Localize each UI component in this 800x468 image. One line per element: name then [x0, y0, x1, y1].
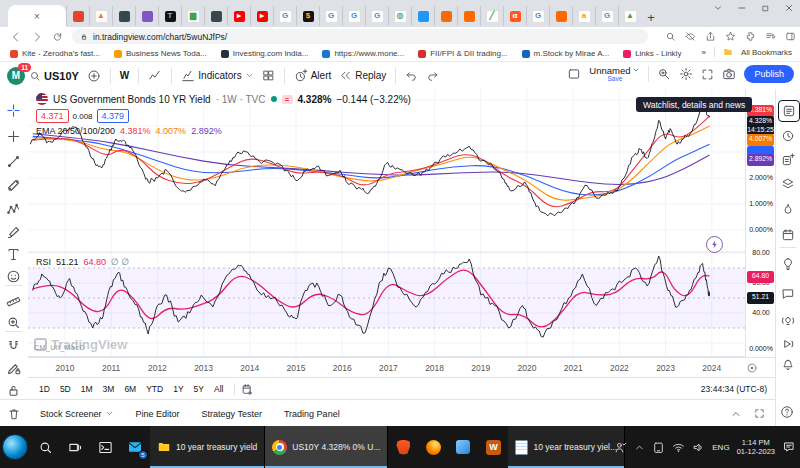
year-label-2016[interactable]: 2016 — [327, 363, 357, 373]
ask-value[interactable]: 4.379 — [97, 109, 130, 123]
year-label-2021[interactable]: 2021 — [558, 363, 588, 373]
replay-button[interactable]: Replay — [335, 69, 390, 82]
settings-gear-icon[interactable] — [679, 67, 693, 81]
extensions-icon[interactable] — [745, 31, 756, 42]
wifi-icon[interactable] — [672, 441, 685, 454]
year-label-2024[interactable]: 2024 — [697, 363, 727, 373]
save-label[interactable]: Save — [607, 76, 622, 83]
range-1d[interactable]: 1D — [34, 384, 55, 394]
trash-icon[interactable] — [7, 407, 21, 421]
magnet-tool-icon[interactable] — [3, 336, 24, 357]
media-queue-icon[interactable] — [765, 31, 776, 42]
smiley-tool-icon[interactable] — [3, 266, 24, 287]
bookmark-item-0[interactable]: Kite - Zerodha's fast... — [10, 49, 100, 58]
symbol-search[interactable]: US10Y — [25, 70, 83, 82]
crossh-tool-icon[interactable] — [3, 100, 24, 121]
tab-google-6[interactable]: G — [595, 6, 618, 26]
word-button[interactable]: W — [478, 426, 508, 468]
time-axis[interactable]: 2010201120122013201420152016201720182019… — [28, 357, 775, 378]
notes-app-button[interactable] — [448, 426, 478, 468]
bookmark-item-6[interactable]: Links - Linkly — [623, 49, 681, 58]
back-icon[interactable] — [10, 31, 22, 43]
range-5d[interactable]: 5D — [55, 384, 76, 394]
tab-youtube-1[interactable]: ▸ — [227, 6, 250, 26]
incognito-eye-icon[interactable] — [685, 31, 696, 42]
language-indicator[interactable]: ENG — [712, 443, 729, 452]
brush-tool-icon[interactable] — [3, 222, 24, 243]
year-label-2010[interactable]: 2010 — [50, 363, 80, 373]
tab-app-dark-2[interactable] — [204, 6, 227, 26]
range-3m[interactable]: 3M — [98, 384, 120, 394]
help-icon[interactable] — [780, 405, 794, 419]
streams-icon[interactable] — [778, 334, 798, 354]
reload-icon[interactable] — [52, 31, 63, 42]
live-ideas-icon[interactable] — [778, 311, 798, 331]
new-tab-button[interactable]: + — [641, 7, 661, 27]
ideas-icon[interactable] — [778, 254, 798, 274]
redo-icon[interactable] — [422, 69, 443, 82]
range-1m[interactable]: 1M — [76, 384, 98, 394]
all-bookmarks-label[interactable]: All Bookmarks — [741, 48, 792, 57]
year-label-2017[interactable]: 2017 — [373, 363, 403, 373]
year-label-2019[interactable]: 2019 — [466, 363, 496, 373]
tab-google-1[interactable]: G — [273, 6, 296, 26]
object-tree-icon[interactable] — [778, 174, 798, 194]
user-avatar[interactable]: M 11 — [7, 67, 25, 85]
year-label-2023[interactable]: 2023 — [651, 363, 681, 373]
range-6m[interactable]: 6M — [119, 384, 141, 394]
tab-app-blue[interactable] — [411, 6, 434, 26]
range-5y[interactable]: 5Y — [189, 384, 209, 394]
compare-add-icon[interactable] — [83, 69, 105, 83]
start-button[interactable] — [0, 426, 30, 468]
year-label-2012[interactable]: 2012 — [142, 363, 172, 373]
explorer-task-button[interactable]: 10 year treasury yield — [150, 426, 265, 468]
tab-moneycontrol-3[interactable] — [549, 6, 572, 26]
action-center-icon[interactable] — [782, 440, 796, 454]
tab-app-dark-1[interactable] — [112, 6, 135, 26]
tab-search-icon[interactable] — [713, 3, 723, 13]
brave-button[interactable] — [388, 426, 418, 468]
url-field[interactable]: in.tradingview.com/chart/5wuNJfPs/ — [72, 29, 648, 44]
panel-tab-pine-editor[interactable]: Pine Editor — [136, 409, 180, 419]
panel-expand-up-icon[interactable] — [730, 408, 742, 420]
scale-settings-icon[interactable] — [746, 362, 758, 374]
notes-icon[interactable] — [778, 150, 798, 170]
tab-delta-site[interactable]: ▲ — [618, 6, 641, 26]
maximize-icon[interactable] — [761, 4, 770, 13]
tab-chart-site[interactable]: ╱ — [480, 6, 503, 26]
tab-amazon[interactable]: a — [572, 6, 595, 26]
price-scale[interactable]: 2.000%1.000%0.000%80.0060.0040.000.000%4… — [745, 89, 776, 357]
speaker-icon[interactable] — [692, 441, 705, 454]
tab-moneycontrol-1[interactable] — [434, 6, 457, 26]
layout-name[interactable]: Unnamed Save — [589, 66, 640, 83]
snapshot-camera-icon[interactable] — [722, 67, 736, 81]
quick-search-icon[interactable] — [657, 67, 671, 81]
ema-legend[interactable]: EMA 20/50/100/200 4.381%4.007%2.892% — [36, 126, 222, 136]
zoom-icon[interactable] — [665, 31, 676, 42]
symbol-legend[interactable]: US Government Bonds 10 YR Yield · 1W · T… — [36, 93, 411, 105]
people-icon[interactable] — [614, 441, 627, 454]
cross-tool-icon[interactable] — [3, 126, 24, 147]
alerts-icon[interactable] — [778, 126, 798, 146]
share-icon[interactable] — [705, 31, 716, 42]
device-icon[interactable] — [652, 441, 665, 454]
tab-zerodha[interactable]: ▲ — [89, 6, 112, 26]
bookmark-item-5[interactable]: m.Stock by Mirae A... — [522, 49, 610, 58]
indicator-templates-icon[interactable] — [258, 69, 279, 82]
tray-expand-icon[interactable] — [634, 442, 645, 453]
bookmark-item-3[interactable]: https://www.mone... — [322, 49, 404, 58]
chat-icon[interactable] — [778, 284, 798, 304]
pattern-tool-icon[interactable] — [3, 199, 24, 220]
firefox-button[interactable] — [418, 426, 448, 468]
alert-button[interactable]: Alert — [290, 69, 336, 83]
bookmark-item-4[interactable]: FII/FPI & DII trading... — [418, 49, 507, 58]
minimize-icon[interactable] — [737, 3, 747, 13]
close-window-icon[interactable] — [784, 3, 794, 13]
publish-button[interactable]: Publish — [744, 65, 794, 83]
fork-tool-icon[interactable] — [3, 175, 24, 196]
year-label-2022[interactable]: 2022 — [604, 363, 634, 373]
bookmark-item-2[interactable]: Investing.com India... — [221, 49, 309, 58]
watchlist-icon[interactable] — [778, 100, 800, 122]
year-label-2011[interactable]: 2011 — [96, 363, 126, 373]
taskbar-search[interactable] — [30, 426, 60, 468]
